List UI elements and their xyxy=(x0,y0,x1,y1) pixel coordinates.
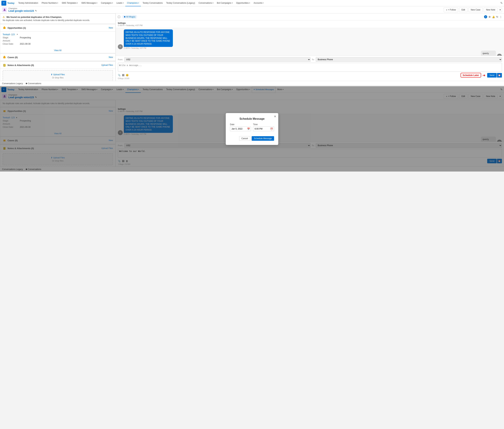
right-panel: All Msg(s) 3 ⚙ 🔔 ↻ ⋮ kellogs C-0074 • Ye… xyxy=(116,13,504,81)
modal-schedule-button[interactable]: Schedule Message xyxy=(252,136,274,141)
msg-avatar-2: Q xyxy=(497,54,502,56)
cases-new-button[interactable]: New xyxy=(109,56,113,59)
record-actions: + Follow Edit New Case New Note ▾ xyxy=(444,8,502,12)
nav-bot-campaigns[interactable]: Bot Campaigns ▾ xyxy=(215,0,234,6)
to-select[interactable]: Business Phone xyxy=(316,57,502,62)
nav-textey-conversations-legacy[interactable]: Textey Conversations (Legacy) xyxy=(164,0,197,6)
opportunities-icon xyxy=(3,26,6,30)
record-type-icon xyxy=(2,7,7,12)
msg-compose: From: US2 To: Business Phone 📎 🖼 😊 Sched… xyxy=(116,56,504,81)
new-note-button[interactable]: New Note xyxy=(484,8,497,12)
emoji-icon[interactable]: 😊 xyxy=(126,74,128,77)
modal-cancel-button[interactable]: Cancel xyxy=(239,136,250,141)
nav-opportunities[interactable]: Opportunities ▾ xyxy=(234,0,252,6)
msg-badge: 3 xyxy=(484,15,487,18)
filter-icon[interactable]: ⚙ xyxy=(489,16,491,18)
bottom-tabs: Conversations Legacy Conversations xyxy=(0,81,504,86)
opportunities-new-button[interactable]: New xyxy=(109,26,113,29)
time-field: Time ⏰ xyxy=(253,123,274,131)
app-icon: T xyxy=(1,1,6,6)
new-case-button[interactable]: New Case xyxy=(468,8,483,12)
compose-icons: 📎 🖼 😊 xyxy=(118,74,128,77)
opportunities-section: Opportunities (1) New Textey6- 123 ▾ Sta… xyxy=(0,24,116,53)
edit-nav-icon[interactable]: ✎ xyxy=(500,1,503,5)
msg-from-row: From: US2 To: Business Phone xyxy=(118,57,502,62)
nav-campaigns[interactable]: Campaigns ▾ xyxy=(99,0,115,6)
actions-dropdown-button[interactable]: ▾ xyxy=(499,8,502,12)
msg-avatar-1: K xyxy=(118,44,123,49)
date-label: Date xyxy=(230,123,251,126)
cases-icon xyxy=(3,55,6,59)
send-dropdown-button[interactable]: ⏰ xyxy=(497,73,502,78)
screen2: T Textey Textey Administration Phone Num… xyxy=(0,86,504,172)
nav-sms-templates[interactable]: SMS Templates ▾ xyxy=(60,0,80,6)
duplicate-card: ⚠ We found no potential duplicates of th… xyxy=(0,13,116,24)
nav-champions[interactable]: Champions ▾ xyxy=(125,0,141,6)
from-label: From: xyxy=(118,59,123,61)
clock-icon: ⏰ xyxy=(270,128,273,130)
opportunity-link[interactable]: Textey6- 123 xyxy=(3,33,15,36)
notes-icon xyxy=(3,63,6,67)
opportunities-view-all: View All xyxy=(0,48,115,53)
content-area: ⚠ We found no potential duplicates of th… xyxy=(0,13,504,81)
upload-drop-area[interactable]: ⬆ Upload Files Or drop files xyxy=(3,70,113,81)
record-edit-inline[interactable]: ✎ xyxy=(35,10,37,12)
msg-body[interactable]: K DEFINE AN AUTO RESPONSE FOR ANYONE WHO… xyxy=(116,28,504,56)
msg-textarea[interactable] xyxy=(118,63,502,72)
nav-textey-admin[interactable]: Textey Administration xyxy=(17,0,40,6)
follow-button[interactable]: + Follow xyxy=(444,8,458,12)
left-panel: ⚠ We found no potential duplicates of th… xyxy=(0,13,116,81)
tab-conversations[interactable]: Conversations xyxy=(26,82,41,85)
nav-phone-numbers[interactable]: Phone Numbers ▾ xyxy=(40,0,60,6)
notes-header: Notes & Attachments (0) Upload Files xyxy=(0,61,115,69)
nav-sms-messages[interactable]: SMS Messages ▾ xyxy=(80,0,99,6)
msg-row-2: Q qwerty Yesterday, 4:16 PM xyxy=(118,51,502,56)
from-select[interactable]: US2 xyxy=(124,57,310,62)
msg-all-checkbox[interactable] xyxy=(118,16,120,18)
record-type-label: Champion xyxy=(9,7,444,9)
msg-header: All Msg(s) 3 ⚙ 🔔 ↻ ⋮ xyxy=(116,13,504,20)
record-header: Champion Lead google voice123 ✎ + Follow… xyxy=(0,6,504,13)
arrow-icon: ➜ xyxy=(482,73,486,77)
msg-bubble-2: qwerty Yesterday, 4:16 PM xyxy=(481,51,496,56)
app-name: Textey xyxy=(7,2,14,4)
msg-tab-all[interactable]: All Msg(s) xyxy=(122,15,137,19)
modal-close-button[interactable]: ✕ xyxy=(274,115,276,118)
dup-title: ⚠ We found no potential duplicates of th… xyxy=(3,16,113,18)
send-button[interactable]: Send xyxy=(487,73,497,78)
svg-rect-1 xyxy=(3,27,5,29)
nav-items: Textey Administration Phone Numbers ▾ SM… xyxy=(17,0,265,6)
time-label: Time xyxy=(253,123,274,126)
edit-button[interactable]: Edit xyxy=(459,8,468,12)
opportunity-dropdown[interactable]: ▾ xyxy=(17,33,18,36)
attachment-icon[interactable]: 📎 xyxy=(118,74,121,77)
msg-contact: kellogs C-0074 • Yesterday, 4:07 PM xyxy=(116,20,504,28)
msg-header-right: 3 ⚙ 🔔 ↻ ⋮ xyxy=(484,15,502,18)
sound-icon[interactable]: 🔔 xyxy=(492,16,495,18)
cases-header: Cases (0) New xyxy=(0,54,115,61)
upload-files-button[interactable]: Upload Files xyxy=(101,64,113,66)
nav-accounts[interactable]: Accounts ▾ xyxy=(252,0,265,6)
msg-row-1: K DEFINE AN AUTO RESPONSE FOR ANYONE WHO… xyxy=(118,29,502,49)
modal-overlay: ✕ Schedule Message Date 📅 Time ⏰ xyxy=(0,87,504,172)
schedule-later-label[interactable]: Schedule Later xyxy=(460,73,481,78)
upload-btn-inner[interactable]: ⬆ Upload Files xyxy=(6,73,110,76)
nav-conversations[interactable]: Conversations ▾ xyxy=(197,0,215,6)
nav-leads[interactable]: Leads ▾ xyxy=(115,0,125,6)
nav-end: ✎ xyxy=(500,1,503,5)
modal-title: Schedule Message xyxy=(230,117,274,120)
refresh-icon[interactable]: ↻ xyxy=(496,16,498,18)
notes-section: Notes & Attachments (0) Upload Files ⬆ U… xyxy=(0,61,116,81)
record-info: Champion Lead google voice123 ✎ xyxy=(9,7,444,12)
tab-conversations-legacy[interactable]: Conversations Legacy xyxy=(2,82,23,85)
svg-rect-2 xyxy=(3,57,5,58)
nav-textey-conversations[interactable]: Textey Conversations xyxy=(141,0,164,6)
more-icon[interactable]: ⋮ xyxy=(500,16,502,18)
image-icon[interactable]: 🖼 xyxy=(122,74,124,77)
top-nav: T Textey Textey Administration Phone Num… xyxy=(0,0,504,6)
modal-actions: Cancel Schedule Message xyxy=(230,136,274,141)
date-field: Date 📅 xyxy=(230,123,251,131)
msg-bubble-1: DEFINE AN AUTO RESPONSE FOR ANYONE WHO T… xyxy=(124,29,173,49)
compose-right: Send ⏰ xyxy=(487,73,502,78)
cases-section: Cases (0) New xyxy=(0,53,116,61)
